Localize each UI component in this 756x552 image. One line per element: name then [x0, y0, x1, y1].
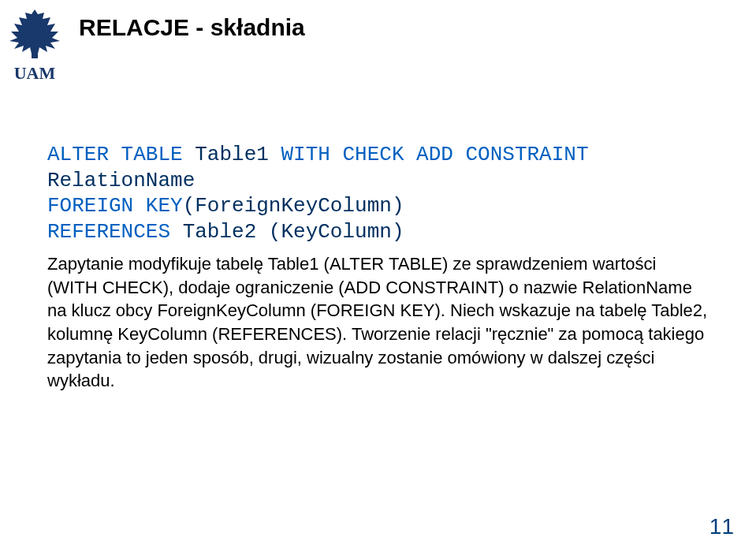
code-identifier: (ForeignKeyColumn): [183, 194, 404, 218]
code-keyword: FOREIGN KEY: [47, 194, 183, 218]
slide-title: RELACJE - składnia: [79, 14, 305, 41]
code-identifier: Table2 (KeyColumn): [183, 220, 404, 244]
code-identifier: RelationName: [47, 169, 195, 192]
code-keyword: REFERENCES: [47, 220, 183, 244]
logo-text: UAM: [14, 63, 56, 83]
university-logo: UAM: [6, 6, 63, 85]
code-identifier: Table1: [195, 143, 281, 166]
svg-rect-0: [32, 47, 38, 58]
explanation-paragraph: Zapytanie modyfikuje tabelę Table1 (ALTE…: [47, 252, 709, 393]
code-keyword: WITH CHECK ADD CONSTRAINT: [281, 143, 588, 166]
page-number: 11: [709, 514, 734, 539]
code-keyword: ALTER TABLE: [47, 143, 195, 166]
sql-code-block: ALTER TABLE Table1 WITH CHECK ADD CONSTR…: [47, 142, 589, 244]
